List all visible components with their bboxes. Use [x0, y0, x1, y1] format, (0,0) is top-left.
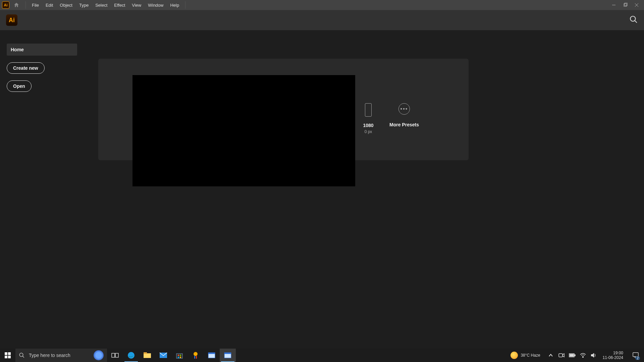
weather-widget[interactable]: 38°C Haze	[511, 352, 540, 359]
svg-rect-10	[8, 356, 11, 358]
start-button[interactable]	[0, 349, 15, 362]
preset-hdtv-1080[interactable]: 1080 0 px	[353, 103, 383, 134]
header-bar: Ai	[0, 10, 644, 30]
svg-rect-28	[208, 353, 215, 354]
preset-subtitle: 0 px	[353, 129, 383, 134]
search-placeholder: Type here to search	[29, 353, 70, 358]
svg-rect-14	[115, 353, 118, 357]
svg-point-5	[630, 16, 635, 21]
svg-rect-35	[570, 354, 574, 356]
task-view-icon[interactable]	[107, 349, 123, 362]
taskbar-search[interactable]: Type here to search	[15, 349, 107, 362]
taskbar-app-icons	[107, 349, 236, 362]
svg-rect-22	[178, 357, 179, 358]
menu-separator	[25, 1, 26, 9]
search-icon[interactable]	[629, 15, 638, 25]
home-icon[interactable]	[13, 2, 19, 8]
svg-marker-37	[591, 353, 594, 358]
taskbar: Type here to search 38°C Haz	[0, 349, 644, 362]
svg-rect-19	[176, 354, 182, 358]
file-explorer-icon[interactable]	[139, 349, 155, 362]
svg-rect-13	[112, 353, 115, 357]
search-icon	[19, 352, 25, 358]
svg-rect-31	[559, 354, 562, 357]
create-new-button[interactable]: Create new	[7, 62, 45, 74]
svg-rect-9	[5, 356, 7, 358]
svg-rect-17	[144, 352, 147, 354]
svg-point-24	[194, 352, 198, 356]
content-area: Home Create new Open 1080 0 px ••• More …	[0, 30, 644, 349]
wifi-icon[interactable]	[579, 353, 587, 358]
meet-now-icon[interactable]	[558, 353, 565, 358]
svg-rect-25	[194, 356, 195, 359]
svg-rect-16	[144, 353, 151, 358]
menu-select[interactable]: Select	[92, 3, 111, 8]
preset-title: 1080	[353, 123, 383, 128]
more-icon: •••	[398, 103, 410, 115]
window-restore-icon[interactable]	[622, 2, 629, 8]
window-minimize-icon[interactable]	[610, 2, 617, 8]
svg-rect-1	[624, 4, 627, 6]
video-overlay	[132, 75, 355, 186]
menu-file[interactable]: File	[29, 3, 42, 8]
menu-window[interactable]: Window	[145, 3, 167, 8]
svg-marker-32	[562, 354, 564, 357]
preset-title: More Presets	[382, 122, 426, 127]
medal-app-icon[interactable]	[187, 349, 204, 362]
open-button[interactable]: Open	[7, 80, 32, 92]
cortana-icon	[94, 350, 104, 360]
svg-rect-21	[180, 355, 181, 356]
svg-rect-20	[178, 355, 179, 356]
notification-badge: 2	[635, 356, 640, 360]
menu-object[interactable]: Object	[56, 3, 76, 8]
svg-point-36	[582, 357, 583, 358]
svg-line-12	[22, 356, 24, 358]
svg-line-6	[635, 20, 637, 23]
svg-rect-34	[575, 355, 575, 356]
battery-icon[interactable]	[569, 353, 576, 357]
mail-icon[interactable]	[155, 349, 171, 362]
svg-rect-30	[224, 353, 231, 354]
preset-more[interactable]: ••• More Presets	[382, 103, 426, 127]
sidebar-item-home[interactable]: Home	[7, 44, 77, 56]
menu-help[interactable]: Help	[167, 3, 182, 8]
app-badge-icon[interactable]: Ai	[2, 1, 9, 9]
tray-chevron-up-icon[interactable]	[547, 353, 554, 358]
sidebar: Home Create new Open	[7, 44, 77, 92]
svg-rect-7	[5, 352, 7, 355]
taskbar-clock[interactable]: 19:00 11-06-2024	[601, 351, 625, 360]
app-logo-icon[interactable]: Ai	[6, 14, 17, 26]
svg-rect-2	[625, 3, 627, 6]
illustrator-taskbar-icon[interactable]	[220, 349, 236, 362]
weather-text: 38°C Haze	[521, 353, 540, 358]
window-app-icon[interactable]	[204, 349, 220, 362]
menu-edit[interactable]: Edit	[42, 3, 56, 8]
edge-icon[interactable]	[123, 349, 139, 362]
menu-effect[interactable]: Effect	[111, 3, 128, 8]
svg-rect-26	[196, 356, 197, 359]
document-icon	[365, 103, 372, 117]
menu-type[interactable]: Type	[76, 3, 92, 8]
volume-icon[interactable]	[590, 353, 597, 358]
microsoft-store-icon[interactable]	[171, 349, 187, 362]
svg-point-11	[19, 353, 23, 357]
svg-rect-8	[8, 352, 11, 355]
weather-icon	[511, 352, 518, 359]
taskbar-right: 38°C Haze 19:00 11-06-2024 2	[511, 349, 644, 362]
svg-rect-23	[180, 357, 181, 358]
window-close-icon[interactable]	[633, 2, 640, 8]
clock-date: 11-06-2024	[603, 355, 623, 360]
notifications-icon[interactable]: 2	[629, 349, 643, 362]
menu-view[interactable]: View	[128, 3, 145, 8]
menu-separator	[185, 1, 185, 9]
menu-bar: Ai File Edit Object Type Select Effect V…	[0, 0, 644, 10]
clock-time: 19:00	[603, 351, 623, 355]
